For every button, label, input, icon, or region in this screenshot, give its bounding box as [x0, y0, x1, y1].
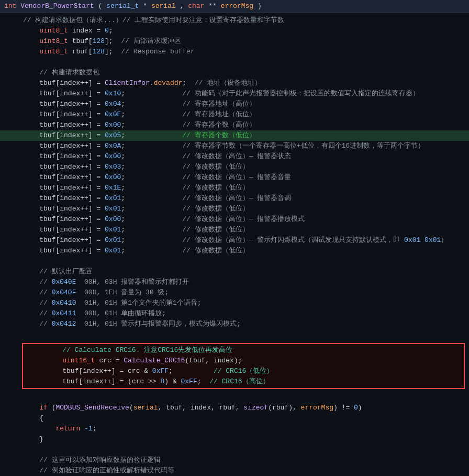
code-line: tbuf[index++] = 0x00; // 修改数据（高位）— 报警器播放… — [0, 214, 469, 225]
code-line: // 0x040F 00H, 1EH 音量为 30 级; — [0, 287, 469, 298]
code-line: tbuf[index++] = 0x04; // 寄存器地址（高位） — [0, 99, 469, 109]
code-line: // 0x0411 00H, 01H 单曲循环播放; — [0, 308, 469, 319]
code-line: // 0x0412 01H, 01H 警示灯与报警器同步，模式为爆闪模式; — [0, 319, 469, 329]
code-line: tbuf[index++] = 0x0E; // 寄存器地址（低位） — [0, 109, 469, 120]
code-line: // 例如验证响应的正确性或解析错误代码等 — [0, 466, 469, 476]
code-line: uint8_t rbuf[128]; // Response buffer — [0, 47, 469, 57]
code-line: tbuf[index++] = 0x00; // 寄存器个数（高位） — [0, 120, 469, 130]
code-line: } — [0, 434, 469, 445]
function-signature: int VendorB_PowerStart ( serial_t * seri… — [0, 0, 469, 13]
code-line: tbuf[index++] = 0x1E; // 修改数据（低位） — [0, 183, 469, 193]
code-line: tbuf[index++] = 0x0A; // 寄存器字节数（一个寄存器一高位… — [0, 141, 469, 151]
code-line: { — [0, 413, 469, 424]
code-line: // 默认出厂配置 — [0, 267, 469, 277]
code-line — [0, 329, 469, 340]
code-line: if (MODBUS_SendReceive(serial, tbuf, ind… — [0, 403, 469, 413]
code-line: uint8_t index = 0; — [0, 26, 469, 36]
code-line: uint8_t tbuf[128]; // 局部请求缓冲区 — [0, 36, 469, 47]
code-line: tbuf[index++] = 0x01; // 修改数据（高位）— 报警器音调 — [0, 193, 469, 204]
code-line — [0, 392, 469, 403]
red-box-crc-section: // Calculate CRC16. 注意CRC16先发低位再发高位 uint… — [22, 343, 465, 389]
code-line: tbuf[index++] = 0x01; // 修改数据（低位） — [0, 225, 469, 235]
code-line: return -1; — [0, 424, 469, 434]
code-lines-after: if (MODBUS_SendReceive(serial, tbuf, ind… — [0, 390, 469, 476]
code-line: // Calculate CRC16. 注意CRC16先发低位再发高位 — [23, 345, 464, 356]
code-line — [0, 57, 469, 68]
code-line: // 0x0410 01H, 01H 第1个文件夹的第1个语音; — [0, 298, 469, 308]
code-line-highlighted: tbuf[index++] = 0x05; // 寄存器个数（低位） — [0, 130, 469, 141]
code-line: // 构建请求数据包（请求...）// 工程实际使用时要注意：设置寄存器数量和字… — [0, 15, 469, 26]
code-line: tbuf[index++] = crc & 0xFF; // CRC16（低位） — [23, 366, 464, 377]
code-line: tbuf[index++] = 0x01; // 修改数据（低位） — [0, 246, 469, 256]
code-line: tbuf[index++] = 0x00; // 修改数据（高位）— 报警器状态 — [0, 151, 469, 162]
code-line — [0, 256, 469, 267]
code-line: // 构建请求数据包 — [0, 68, 469, 78]
code-line: tbuf[index++] = 0x01; // 修改数据（高位）— 警示灯闪烁… — [0, 235, 469, 246]
code-editor: int VendorB_PowerStart ( serial_t * seri… — [0, 0, 469, 476]
code-line: tbuf[index++] = ClientInfor.devaddr; // … — [0, 78, 469, 88]
code-line: tbuf[index++] = 0x01; // 修改数据（低位） — [0, 204, 469, 214]
code-line: tbuf[index++] = 0x00; // 修改数据（高位）— 报警器音量 — [0, 172, 469, 183]
code-line: uint16_t crc = Calculate_CRC16(tbuf, ind… — [23, 356, 464, 366]
code-line: tbuf[index++] = 0x10; // 功能码（对于此声光报警器控制板… — [0, 88, 469, 99]
code-line: // 这里可以添加对响应数据的验证逻辑 — [0, 455, 469, 466]
code-line: tbuf[index++] = 0x03; // 修改数据（低位） — [0, 162, 469, 172]
code-line: // 0x040E 00H, 03H 报警器和警示灯都打开 — [0, 277, 469, 287]
code-line — [0, 445, 469, 455]
code-lines: // 构建请求数据包（请求...）// 工程实际使用时要注意：设置寄存器数量和字… — [0, 13, 469, 342]
code-line: tbuf[index++] = (crc >> 8) & 0xFF; // CR… — [23, 377, 464, 387]
